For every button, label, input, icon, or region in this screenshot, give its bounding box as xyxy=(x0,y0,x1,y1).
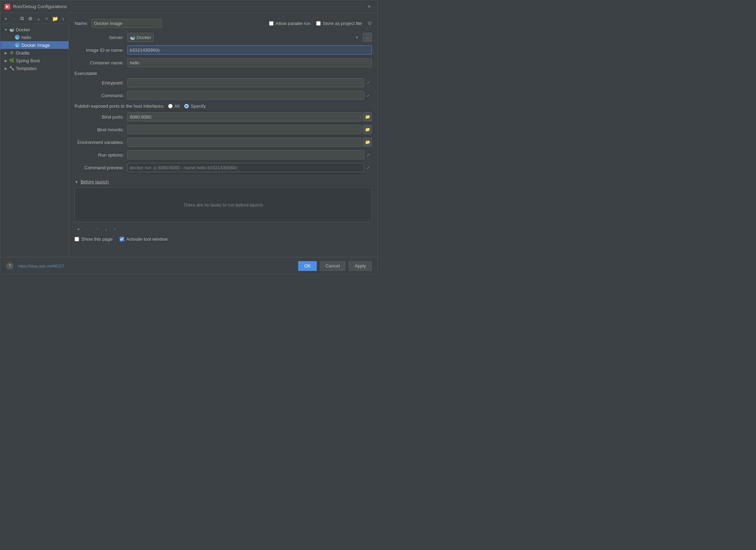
before-launch-label: Before launch xyxy=(81,179,109,184)
before-launch-down-button[interactable]: ▼ xyxy=(111,225,119,233)
app-icon: ▶ xyxy=(5,4,10,10)
run-options-expand-button[interactable]: ⤢ xyxy=(364,151,372,159)
before-launch-section: ▼ Before launch There are no tasks to ru… xyxy=(75,179,372,236)
move-up-button[interactable]: ▲ xyxy=(35,15,42,23)
expand-arrow-docker[interactable]: ▼ xyxy=(3,27,9,32)
help-button[interactable]: ? xyxy=(6,262,14,270)
tree-item-hello[interactable]: 🐋 hello xyxy=(0,33,69,41)
allow-parallel-label[interactable]: Allow parallel run xyxy=(269,21,310,26)
before-launch-edit-button[interactable]: ✏ xyxy=(93,225,101,233)
server-select[interactable]: 🐋 Docker xyxy=(127,33,154,42)
radio-specify-label[interactable]: Specify xyxy=(184,103,206,109)
copy-config-button[interactable]: ⧉ xyxy=(19,15,26,23)
tree-label-spring-boot: Spring Boot xyxy=(16,58,40,63)
command-preview-row: Command preview: ⤢ xyxy=(75,163,372,172)
before-launch-add-button[interactable]: + xyxy=(75,225,82,233)
activate-tool-label[interactable]: Activate tool window xyxy=(120,236,168,242)
expand-arrow-spring[interactable]: ▶ xyxy=(3,58,9,63)
config-tree: ▼ 🐋 Docker 🐋 hello xyxy=(0,24,69,257)
container-name-row: Container name: xyxy=(75,58,372,67)
server-select-wrapper: 🐋 Docker ▼ ... xyxy=(127,33,372,42)
bind-mounts-input[interactable] xyxy=(127,125,361,134)
add-config-button[interactable]: + xyxy=(2,15,9,23)
bind-mounts-label: Bind mounts: xyxy=(75,127,127,132)
bind-ports-input[interactable] xyxy=(127,112,361,121)
no-arrow-docker-image xyxy=(9,42,14,48)
name-row: Name: Allow parallel run Store as projec… xyxy=(75,19,372,28)
image-id-input[interactable] xyxy=(127,45,372,55)
store-project-checkbox[interactable] xyxy=(316,21,321,26)
no-arrow-hello xyxy=(9,34,14,40)
command-row: Command: ⤢ xyxy=(75,91,372,100)
docker-icon: 🐋 xyxy=(9,27,14,32)
folder-button[interactable]: 📁 xyxy=(52,15,58,23)
before-launch-empty-text: There are no tasks to run before launch xyxy=(183,202,263,208)
image-id-label: Image ID or name: xyxy=(75,48,127,53)
footer-link[interactable]: https://blog.csdn.net/tt5227 xyxy=(18,264,64,268)
radio-all-label[interactable]: All xyxy=(168,103,179,109)
server-browse-button[interactable]: ... xyxy=(363,33,372,42)
before-launch-up-button[interactable]: ▲ xyxy=(102,225,110,233)
select-arrow-icon: ▼ xyxy=(355,36,359,39)
settings-config-button[interactable]: ⚙ xyxy=(27,15,34,23)
close-button[interactable]: × xyxy=(365,2,373,11)
show-page-checkbox[interactable] xyxy=(75,237,79,241)
before-launch-remove-button[interactable]: − xyxy=(84,225,91,233)
bind-ports-browse-button[interactable]: 📁 xyxy=(363,112,372,121)
move-down-button[interactable]: ▼ xyxy=(43,15,50,23)
cancel-button[interactable]: Cancel xyxy=(320,261,346,271)
command-expand-button[interactable]: ⤢ xyxy=(364,91,372,99)
radio-all[interactable] xyxy=(168,104,173,108)
dialog-title: Run/Debug Configurations xyxy=(13,4,365,9)
expand-arrow-gradle[interactable]: ▶ xyxy=(3,50,9,56)
entrypoint-input[interactable] xyxy=(127,78,364,87)
tree-label-gradle: Gradle xyxy=(16,50,30,56)
store-project-label[interactable]: Store as project file xyxy=(316,21,362,26)
activate-tool-checkbox[interactable] xyxy=(120,237,124,241)
tree-label-templates: Templates xyxy=(16,66,37,71)
sort-button[interactable]: ↕ xyxy=(60,15,66,23)
docker-hello-icon: 🐋 xyxy=(14,34,20,40)
container-name-input[interactable] xyxy=(127,58,372,67)
entrypoint-expand-button[interactable]: ⤢ xyxy=(364,79,372,87)
env-vars-browse-button[interactable]: 📁 xyxy=(363,138,372,147)
bind-mounts-row: Bind mounts: 📁 xyxy=(75,125,372,134)
bind-mounts-browse-button[interactable]: 📁 xyxy=(363,125,372,134)
command-preview-expand-button[interactable]: ⤢ xyxy=(364,164,372,171)
tree-item-gradle[interactable]: ▶ ⚙ Gradle xyxy=(0,49,69,57)
before-launch-header: ▼ Before launch xyxy=(75,179,372,184)
collapse-before-launch-button[interactable]: ▼ xyxy=(75,180,78,184)
tree-item-docker-image[interactable]: 🐋 Docker Image xyxy=(0,41,69,49)
store-gear-icon[interactable]: ⚙ xyxy=(367,20,372,26)
entrypoint-label: Entrypoint: xyxy=(82,80,127,86)
container-name-label: Container name: xyxy=(75,60,127,65)
allow-parallel-checkbox[interactable] xyxy=(269,21,274,26)
bind-ports-label: Bind ports: xyxy=(82,114,127,120)
command-label: Command: xyxy=(82,93,127,98)
apply-button[interactable]: Apply xyxy=(348,261,372,271)
tree-item-spring-boot[interactable]: ▶ 🌿 Spring Boot xyxy=(0,57,69,64)
tree-item-templates[interactable]: ▶ 🔧 Templates xyxy=(0,64,69,72)
name-input[interactable] xyxy=(91,19,162,28)
show-page-label[interactable]: Show this page xyxy=(75,236,113,242)
bottom-checkboxes: Show this page Activate tool window xyxy=(75,236,372,242)
tree-item-docker[interactable]: ▼ 🐋 Docker xyxy=(0,26,69,33)
ok-button[interactable]: OK xyxy=(298,261,317,271)
expand-arrow-templates[interactable]: ▶ xyxy=(3,65,9,71)
remove-config-button[interactable]: − xyxy=(11,15,17,23)
tree-label-hello: hello xyxy=(21,35,31,40)
run-options-input[interactable] xyxy=(127,150,364,159)
radio-specify[interactable] xyxy=(184,104,189,108)
env-vars-row: Environment variables: 📁 xyxy=(75,138,372,147)
tree-label-docker-image: Docker Image xyxy=(21,43,50,48)
command-preview-input xyxy=(127,163,364,172)
env-vars-input[interactable] xyxy=(127,138,361,147)
title-bar: ▶ Run/Debug Configurations × xyxy=(0,0,378,13)
command-preview-label: Command preview: xyxy=(75,165,127,170)
footer: ? https://blog.csdn.net/tt5227 OK Cancel… xyxy=(0,257,378,274)
command-input[interactable] xyxy=(127,91,364,100)
run-debug-dialog: ▶ Run/Debug Configurations × + − ⧉ ⚙ ▲ ▼… xyxy=(0,0,378,275)
radio-group-ports: All Specify xyxy=(168,103,372,109)
top-checkboxes: Allow parallel run Store as project file… xyxy=(269,20,372,26)
right-panel: Name: Allow parallel run Store as projec… xyxy=(69,13,378,257)
